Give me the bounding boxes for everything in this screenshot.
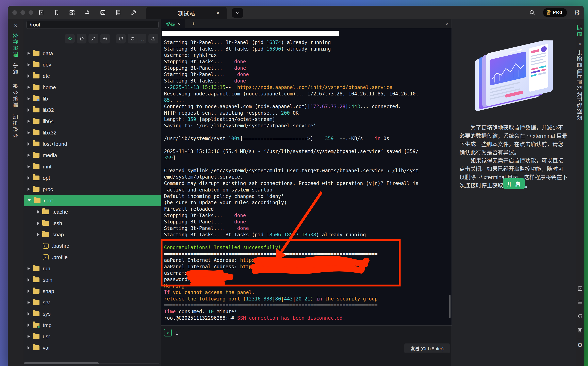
chevron-collapsed-icon[interactable] (28, 86, 30, 89)
tools-icon[interactable] (129, 8, 138, 17)
tree-item-.profile[interactable]: >_.profile (24, 252, 161, 263)
save-icon[interactable] (577, 327, 584, 334)
layout-icon[interactable] (68, 8, 77, 17)
tree-item-snap[interactable]: snap (24, 286, 161, 297)
chevron-collapsed-icon[interactable] (28, 301, 30, 304)
tab-list-dropdown[interactable] (232, 8, 243, 18)
chevron-collapsed-icon[interactable] (28, 176, 30, 180)
refresh-icon[interactable] (577, 313, 584, 320)
tree-item-lost+found[interactable]: lost+found (24, 138, 161, 150)
tree-item-sbin[interactable]: sbin (24, 274, 161, 286)
command-composer[interactable]: > 1 发送 (Ctrl+Enter) (161, 325, 452, 366)
list-icon[interactable] (577, 299, 584, 306)
chevron-collapsed-icon[interactable] (28, 188, 30, 191)
tree-item-.cache[interactable]: .cache (24, 206, 161, 218)
target-icon[interactable] (100, 34, 110, 44)
sidebar-item-upload-list[interactable]: 上传列表 (576, 73, 584, 98)
chevron-collapsed-icon[interactable] (28, 290, 30, 293)
tree-item-libx32[interactable]: libx32 (24, 127, 161, 138)
tree-item-proc[interactable]: proc (24, 184, 161, 195)
tree-item-sys[interactable]: sys (24, 308, 161, 320)
tree-item-mnt[interactable]: mnt (24, 161, 161, 172)
new-terminal-icon[interactable] (37, 8, 46, 17)
pro-badge[interactable]: ♛ PRO (543, 8, 567, 17)
favorite-icon[interactable] (128, 34, 137, 44)
monitor-close-icon[interactable]: × (578, 41, 582, 47)
chevron-collapsed-icon[interactable] (28, 346, 30, 350)
scrollbar-thumb[interactable] (24, 362, 99, 364)
tree-item-lib[interactable]: lib (24, 93, 161, 104)
chevron-collapsed-icon[interactable] (28, 267, 30, 270)
chevron-expanded-icon[interactable] (28, 199, 31, 203)
bookmark-icon[interactable] (52, 8, 61, 17)
tree-item-usr[interactable]: usr (24, 331, 161, 342)
chevron-collapsed-icon[interactable] (37, 222, 40, 225)
tree-item-lib32[interactable]: lib32 (24, 104, 161, 116)
tree-item-.ssh[interactable]: .ssh (24, 218, 161, 229)
terminal-prompt-icon[interactable] (98, 8, 107, 17)
locate-icon[interactable] (65, 34, 75, 44)
more-icon[interactable]: … (137, 34, 146, 44)
tree-item-.bashrc[interactable]: >_.bashrc (24, 240, 161, 252)
tree-item-dev[interactable]: dev (24, 59, 161, 70)
settings-icon[interactable]: ⚙ (577, 342, 584, 349)
tree-item-opt[interactable]: opt (24, 172, 161, 184)
tree-item-etc[interactable]: etc (24, 70, 161, 82)
chevron-collapsed-icon[interactable] (28, 335, 30, 338)
terminal-icon[interactable] (577, 285, 584, 292)
terminal-tab-close-icon[interactable]: × (178, 22, 180, 26)
terminal-scrollbar-thumb[interactable] (449, 295, 451, 318)
path-input[interactable] (26, 21, 159, 29)
tree-item-snap[interactable]: snap (24, 229, 161, 240)
chevron-collapsed-icon[interactable] (37, 210, 40, 214)
chevron-collapsed-icon[interactable] (28, 108, 30, 112)
chevron-collapsed-icon[interactable] (28, 324, 30, 327)
chevron-collapsed-icon[interactable] (28, 120, 30, 123)
sidebar-item-monitor[interactable]: 监控 (576, 25, 584, 38)
tree-item-lib64[interactable]: lib64 (24, 116, 161, 127)
window-control-dot[interactable] (29, 10, 33, 15)
server-list-icon[interactable] (114, 8, 123, 17)
sidebar-item-command-manager[interactable]: 命令管理 (12, 84, 19, 109)
chevron-collapsed-icon[interactable] (28, 278, 30, 282)
search-icon[interactable] (528, 8, 537, 17)
upload-icon[interactable] (148, 34, 158, 44)
sidebar-item-download-list[interactable]: 下载列表 (576, 96, 584, 121)
chevron-collapsed-icon[interactable] (28, 154, 30, 157)
refresh-icon[interactable] (116, 34, 126, 44)
collapse-icon[interactable] (88, 34, 98, 44)
chevron-collapsed-icon[interactable] (28, 97, 30, 100)
terminal-tab[interactable]: 终端 × (161, 19, 185, 28)
window-control-dot[interactable] (20, 10, 25, 15)
chevron-collapsed-icon[interactable] (28, 165, 30, 168)
chevron-collapsed-icon[interactable] (28, 52, 30, 55)
tab-close-icon[interactable]: × (216, 10, 220, 16)
panel-close-icon[interactable]: × (14, 23, 18, 29)
sidebar-item-xiaoyi[interactable]: 小易 (12, 63, 19, 76)
tab-test-site[interactable]: 测试站 × (146, 7, 227, 19)
tree-item-srv[interactable]: srv (24, 297, 161, 308)
settings-icon[interactable]: ⚙ (573, 8, 581, 17)
chevron-collapsed-icon[interactable] (28, 142, 30, 145)
tree-item-var[interactable]: var (24, 342, 161, 353)
tree-item-root[interactable]: root (24, 195, 161, 206)
sidebar-item-file-manager[interactable]: 文件管理 (12, 33, 19, 58)
chevron-collapsed-icon[interactable] (28, 312, 30, 315)
tree-item-data[interactable]: data (24, 48, 161, 59)
tree-item-tmp[interactable]: tmp (24, 320, 161, 331)
window-control-dot[interactable] (12, 10, 17, 15)
send-button[interactable]: 发送 (Ctrl+Enter) (404, 343, 450, 353)
tree-item-media[interactable]: media (24, 150, 161, 161)
chevron-collapsed-icon[interactable] (28, 63, 30, 66)
chevron-collapsed-icon[interactable] (37, 233, 40, 236)
chevron-collapsed-icon[interactable] (28, 131, 30, 134)
tree-item-run[interactable]: run (24, 263, 161, 274)
tree-item-home[interactable]: home (24, 82, 161, 93)
connections-icon[interactable] (83, 8, 92, 17)
sidebar-item-command-history[interactable]: 历史命令 (12, 114, 19, 139)
enable-button[interactable]: 开 启 (503, 178, 525, 189)
home-icon[interactable] (77, 34, 87, 44)
terminal-panel-close-icon[interactable]: × (446, 21, 449, 27)
chevron-collapsed-icon[interactable] (28, 74, 30, 78)
sidebar-item-bookmarks[interactable]: 书签管理 (576, 50, 584, 75)
